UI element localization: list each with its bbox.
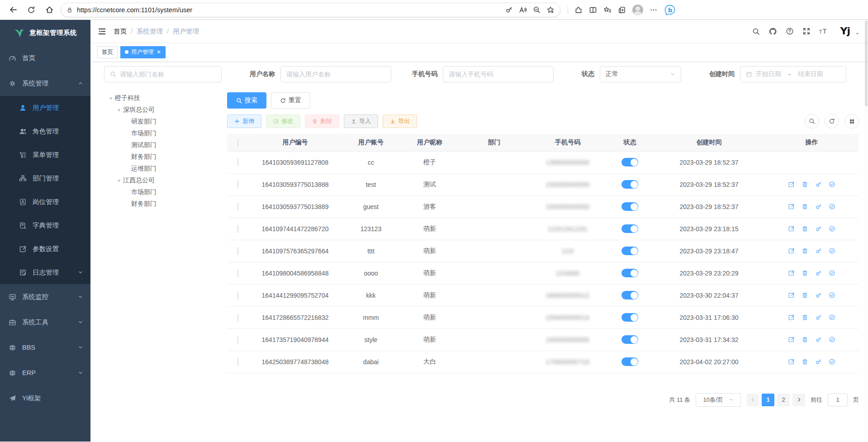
row-reset-password-icon[interactable]: [815, 358, 822, 365]
prev-page-button[interactable]: [746, 394, 759, 406]
row-assign-role-icon[interactable]: [829, 203, 835, 210]
row-assign-role-icon[interactable]: [829, 358, 835, 365]
row-checkbox[interactable]: [237, 314, 238, 322]
row-edit-icon[interactable]: [788, 270, 795, 276]
status-toggle[interactable]: [621, 180, 638, 189]
row-assign-role-icon[interactable]: [829, 270, 835, 276]
table-search-toggle-button[interactable]: [805, 114, 819, 128]
zoom-out-icon[interactable]: [533, 6, 541, 14]
sidebar-item-role-mgmt[interactable]: 角色管理: [0, 119, 90, 143]
sidebar-item-menu-mgmt[interactable]: 菜单管理: [0, 143, 90, 166]
page-button-2[interactable]: 2: [777, 394, 790, 406]
status-toggle[interactable]: [621, 313, 638, 322]
page-size-select[interactable]: 10条/页: [696, 393, 741, 407]
header-search-icon[interactable]: [752, 28, 760, 35]
search-button[interactable]: 搜索: [227, 92, 266, 109]
sidebar-item-user-mgmt[interactable]: 用户管理: [0, 96, 90, 119]
row-assign-role-icon[interactable]: [829, 292, 835, 299]
sidebar-item-param-settings[interactable]: 参数设置: [0, 237, 90, 261]
row-delete-icon[interactable]: [802, 314, 808, 321]
split-screen-icon[interactable]: [589, 6, 597, 14]
row-reset-password-icon[interactable]: [815, 247, 822, 254]
tree-node[interactable]: 市场部门: [104, 186, 222, 198]
row-edit-icon[interactable]: [788, 247, 795, 254]
tree-node[interactable]: 财务部门: [104, 198, 222, 210]
status-select[interactable]: 正常: [600, 66, 681, 82]
home-icon[interactable]: [43, 3, 56, 17]
row-delete-icon[interactable]: [802, 336, 808, 343]
sidebar-item-dict-mgmt[interactable]: 字典管理: [0, 214, 90, 237]
tree-expand-icon[interactable]: ▼: [107, 96, 115, 101]
avatar-caret-icon[interactable]: [855, 31, 860, 36]
status-toggle[interactable]: [621, 224, 638, 233]
row-edit-icon[interactable]: [788, 336, 795, 343]
row-edit-icon[interactable]: [788, 314, 795, 321]
tree-node[interactable]: ▼江西总公司: [104, 175, 222, 186]
row-checkbox[interactable]: [237, 358, 238, 366]
date-start-placeholder[interactable]: 开始日期: [756, 70, 781, 78]
row-reset-password-icon[interactable]: [815, 336, 822, 343]
fullscreen-icon[interactable]: [802, 27, 811, 35]
tree-node[interactable]: 测试部门: [104, 139, 222, 151]
row-checkbox[interactable]: [237, 181, 238, 189]
row-edit-icon[interactable]: [788, 225, 795, 232]
more-options-icon[interactable]: [650, 6, 658, 14]
tree-node[interactable]: 市场部门: [104, 128, 222, 139]
tree-node[interactable]: ▼橙子科技: [104, 92, 222, 104]
row-delete-icon[interactable]: [802, 270, 808, 276]
tab-close-icon[interactable]: ✕: [157, 49, 161, 55]
dept-search-input[interactable]: [120, 71, 216, 78]
status-toggle[interactable]: [621, 291, 638, 299]
row-checkbox[interactable]: [237, 336, 238, 344]
page-scrollbar[interactable]: [865, 20, 868, 442]
row-reset-password-icon[interactable]: [815, 292, 822, 299]
refresh-icon[interactable]: [24, 3, 38, 17]
row-checkbox[interactable]: [237, 247, 238, 255]
date-range-picker[interactable]: 开始日期 - 结束日期: [740, 66, 846, 82]
browser-profile-avatar[interactable]: [632, 5, 643, 15]
tab-user-mgmt[interactable]: 用户管理 ✕: [120, 46, 166, 58]
favorites-bar-icon[interactable]: [603, 6, 612, 14]
tree-node[interactable]: ▼深圳总公司: [104, 104, 222, 116]
row-delete-icon[interactable]: [802, 181, 808, 188]
select-all-checkbox[interactable]: [237, 138, 238, 147]
sidebar-item-yi-framework[interactable]: Yi框架: [0, 385, 90, 411]
sidebar-item-erp[interactable]: ERP: [0, 360, 90, 385]
row-reset-password-icon[interactable]: [815, 270, 822, 276]
status-toggle[interactable]: [621, 335, 638, 344]
table-refresh-button[interactable]: [825, 114, 839, 128]
row-checkbox[interactable]: [237, 158, 238, 166]
tab-home[interactable]: 首页: [97, 46, 118, 58]
row-checkbox[interactable]: [237, 269, 238, 277]
help-icon[interactable]: [786, 27, 794, 35]
back-icon[interactable]: [6, 3, 20, 17]
row-assign-role-icon[interactable]: [829, 181, 835, 188]
status-toggle[interactable]: [621, 158, 638, 166]
row-checkbox[interactable]: [237, 291, 238, 299]
tree-expand-icon[interactable]: ▼: [115, 178, 123, 183]
read-aloud-icon[interactable]: [519, 6, 527, 14]
row-reset-password-icon[interactable]: [815, 181, 822, 188]
row-assign-role-icon[interactable]: [829, 225, 835, 232]
row-edit-icon[interactable]: [788, 292, 795, 299]
address-bar[interactable]: https://ccnetcore.com:1101/system/user: [61, 3, 560, 17]
sidebar-item-log-mgmt[interactable]: 日志管理: [0, 261, 90, 284]
app-logo[interactable]: 意框架管理系统: [0, 20, 90, 45]
add-button[interactable]: 新增: [227, 114, 261, 128]
date-end-placeholder[interactable]: 结束日期: [798, 70, 823, 78]
row-delete-icon[interactable]: [802, 358, 808, 365]
tree-node[interactable]: 财务部门: [104, 151, 222, 163]
tree-expand-icon[interactable]: ▼: [115, 108, 123, 113]
breadcrumb-home[interactable]: 首页: [114, 27, 127, 36]
goto-page-input[interactable]: [828, 394, 848, 406]
status-toggle[interactable]: [621, 357, 638, 366]
phone-input[interactable]: [449, 71, 548, 78]
font-size-icon[interactable]: TT: [819, 27, 828, 35]
row-checkbox[interactable]: [237, 203, 238, 211]
github-icon[interactable]: [768, 27, 777, 36]
delete-button[interactable]: 删除: [305, 114, 339, 128]
page-button-1[interactable]: 1: [762, 394, 774, 406]
row-assign-role-icon[interactable]: [829, 314, 835, 321]
row-reset-password-icon[interactable]: [815, 314, 822, 321]
row-checkbox[interactable]: [237, 225, 238, 233]
